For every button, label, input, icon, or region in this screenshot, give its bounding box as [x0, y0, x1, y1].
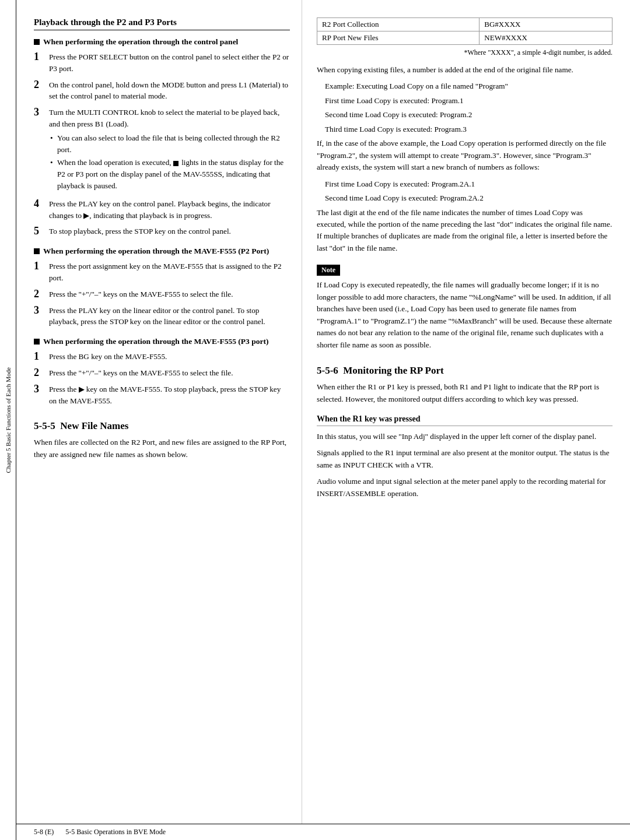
- left-column: Playback through the P2 and P3 Ports Whe…: [16, 0, 302, 824]
- copy-para-2: Example: Executing Load Copy on a file n…: [317, 80, 612, 92]
- step-2-text: On the control panel, hold down the MODE…: [49, 79, 290, 103]
- step-3-bullets: You can also select to load the file tha…: [49, 132, 290, 192]
- table-cell-value-1: BG#XXXX: [480, 18, 612, 31]
- table-note: *Where "XXXX", a simple 4-digit number, …: [317, 48, 612, 57]
- spine-text: Chapter 5 Basic Functions of Each Mode: [5, 367, 12, 473]
- spine: Chapter 5 Basic Functions of Each Mode: [0, 0, 16, 840]
- columns: Playback through the P2 and P3 Ports Whe…: [16, 0, 630, 824]
- step3-3: 3 Press the ▶ key on the MAVE-F555. To s…: [34, 384, 290, 407]
- note-text: If Load Copy is executed repeatedly, the…: [317, 279, 612, 351]
- step3-1: 1 Press the BG key on the MAVE-F555.: [34, 351, 290, 363]
- when-r1-body3: Audio volume and input signal selection …: [317, 476, 612, 500]
- step-3-content: Turn the MULTI CONTROL knob to select th…: [49, 107, 290, 194]
- step-4: 4 Press the PLAY key on the control pane…: [34, 198, 290, 222]
- step3-2: 2 Press the "+"/"–" keys on the MAVE-F55…: [34, 367, 290, 379]
- table-row-2: RP Port New Files NEW#XXXX: [317, 31, 612, 45]
- when-r1-body2: Signals applied to the R1 input terminal…: [317, 447, 612, 471]
- subsection3-steps: 1 Press the BG key on the MAVE-F555. 2 P…: [34, 351, 290, 406]
- footer-description: 5-5 Basic Operations in BVE Mode: [65, 828, 166, 837]
- step-4-text: Press the PLAY key on the control panel.…: [49, 198, 290, 222]
- table-cell-label-2: RP Port New Files: [317, 31, 480, 45]
- step-1-text: Press the PORT SELECT button on the cont…: [49, 51, 290, 75]
- copy-para-7: First time Load Copy is executed: Progra…: [317, 178, 612, 190]
- step-5-text: To stop playback, press the STOP key on …: [49, 226, 290, 237]
- bullet-2: When the load operation is executed, lig…: [49, 157, 290, 191]
- copy-para-4: Second time Load Copy is executed: Progr…: [317, 109, 612, 121]
- copy-para-6: If, in the case of the above example, th…: [317, 138, 612, 173]
- subsection2-steps: 1 Press the port assignment key on the M…: [34, 261, 290, 328]
- step2-1: 1 Press the port assignment key on the M…: [34, 261, 290, 284]
- step-5: 5 To stop playback, press the STOP key o…: [34, 226, 290, 237]
- when-r1-body1: In this status, you will see "Inp Adj" d…: [317, 431, 612, 442]
- footer-page: 5-8 (E): [34, 828, 54, 837]
- note-box: Note: [317, 265, 340, 276]
- subsection2-title: When performing the operation through th…: [34, 247, 290, 256]
- step-1: 1 Press the PORT SELECT button on the co…: [34, 51, 290, 75]
- copy-para-8: Second time Load Copy is executed: Progr…: [317, 192, 612, 204]
- section555-heading: 5-5-5 New File Names: [34, 420, 290, 432]
- bullet-square-icon-3: [34, 339, 40, 345]
- table-row-1: R2 Port Collection BG#XXXX: [317, 18, 612, 31]
- section555-body: When files are collected on the R2 Port,…: [34, 437, 290, 461]
- subsection1-title: When performing the operation through th…: [34, 37, 290, 47]
- section556-intro: When either the R1 or P1 key is pressed,…: [317, 381, 612, 405]
- subsection1-steps: 1 Press the PORT SELECT button on the co…: [34, 51, 290, 237]
- copy-para-1: When copying existing files, a number is…: [317, 64, 612, 76]
- when-r1-title: When the R1 key was pressed: [317, 414, 612, 426]
- copy-para-9: The last digit at the end of the file na…: [317, 207, 612, 255]
- section556-heading: 5-5-6 Monitoring the RP Port: [317, 365, 612, 377]
- black-square-icon: [173, 161, 178, 166]
- bullet-square-icon-2: [34, 248, 40, 254]
- copy-para-5: Third time Load Copy is executed: Progra…: [317, 124, 612, 135]
- main-content: Playback through the P2 and P3 Ports Whe…: [16, 0, 630, 840]
- subsection3-title: When performing the operation through th…: [34, 337, 290, 346]
- step2-3: 3 Press the PLAY key on the linear edito…: [34, 305, 290, 328]
- section-title: Playback through the P2 and P3 Ports: [34, 17, 290, 30]
- right-column: R2 Port Collection BG#XXXX RP Port New F…: [302, 0, 630, 824]
- step-3: 3 Turn the MULTI CONTROL knob to select …: [34, 107, 290, 194]
- page: Chapter 5 Basic Functions of Each Mode P…: [0, 0, 630, 840]
- table-cell-label-1: R2 Port Collection: [317, 18, 480, 31]
- step2-2: 2 Press the "+"/"–" keys on the MAVE-F55…: [34, 289, 290, 300]
- bullet-square-icon: [34, 39, 40, 45]
- bullet-1: You can also select to load the file tha…: [49, 132, 290, 156]
- step-2: 2 On the control panel, hold down the MO…: [34, 79, 290, 103]
- copy-para-3: First time Load Copy is executed: Progra…: [317, 95, 612, 107]
- table-cell-value-2: NEW#XXXX: [480, 31, 612, 45]
- footer: 5-8 (E) 5-5 Basic Operations in BVE Mode: [16, 824, 630, 840]
- port-table: R2 Port Collection BG#XXXX RP Port New F…: [317, 17, 612, 45]
